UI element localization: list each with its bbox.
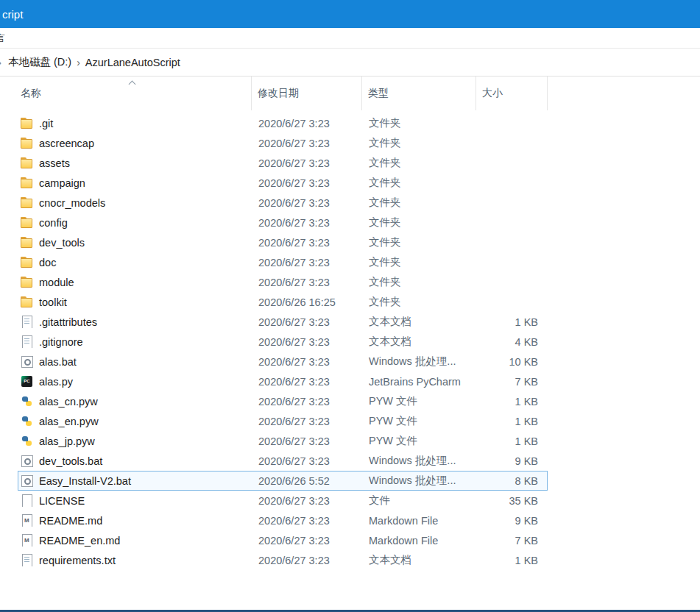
file-type: JetBrains PyCharm: [363, 376, 477, 388]
file-size: 1 KB: [477, 416, 548, 427]
file-name: .gitignore: [18, 335, 252, 348]
file-row[interactable]: requirements.txt 2020/6/27 3:23 文本文档 1 K…: [18, 550, 548, 570]
file-date-modified: 2020/6/27 3:23: [252, 138, 363, 149]
title-bar[interactable]: cript: [0, 0, 700, 28]
file-row[interactable]: alas.py 2020/6/27 3:23 JetBrains PyCharm…: [18, 371, 548, 391]
file-name: config: [18, 216, 252, 229]
file-date-modified: 2020/6/27 3:23: [252, 356, 363, 368]
file-type: Windows 批处理...: [363, 355, 477, 369]
file-list: .git 2020/6/27 3:23 文件夹 ascreencap 2020/…: [0, 110, 700, 570]
file-name: alas.py: [18, 375, 252, 388]
file-type: 文件夹: [363, 176, 477, 190]
file-size: 9 KB: [477, 455, 548, 467]
menu-item-fragment[interactable]: 言: [0, 32, 5, 45]
file-date-modified: 2020/6/27 3:23: [252, 177, 363, 189]
bat-file-icon: [21, 355, 33, 368]
file-row[interactable]: LICENSE 2020/6/27 3:23 文件 35 KB: [18, 491, 548, 510]
file-row[interactable]: ascreencap 2020/6/27 3:23 文件夹: [18, 133, 548, 153]
file-date-modified: 2020/6/27 3:23: [252, 416, 363, 427]
file-name: doc: [18, 256, 252, 268]
file-size: 1 KB: [477, 316, 548, 328]
file-row[interactable]: .gitattributes 2020/6/27 3:23 文本文档 1 KB: [18, 312, 548, 332]
file-row[interactable]: alas_cn.pyw 2020/6/27 3:23 PYW 文件 1 KB: [18, 391, 548, 411]
file-type: 文件夹: [363, 156, 477, 170]
file-name: dev_tools.bat: [18, 455, 252, 467]
file-name: cnocr_models: [18, 196, 252, 209]
folder-icon: [21, 296, 33, 308]
file-row[interactable]: module 2020/6/27 3:23 文件夹: [18, 272, 548, 292]
file-row[interactable]: dev_tools.bat 2020/6/27 3:23 Windows 批处理…: [18, 451, 548, 471]
address-bar[interactable]: › 本地磁盘 (D:) › AzurLaneAutoScript: [0, 49, 700, 76]
file-date-modified: 2020/6/27 3:23: [252, 157, 363, 169]
file-date-modified: 2020/6/27 3:23: [252, 515, 363, 527]
column-header-type-label: 类型: [368, 87, 389, 100]
pycharm-icon: [21, 375, 33, 388]
explorer-window: cript 言 › 本地磁盘 (D:) › AzurLaneAutoScript…: [0, 0, 700, 612]
file-row[interactable]: alas_jp.pyw 2020/6/27 3:23 PYW 文件 1 KB: [18, 431, 548, 451]
folder-icon: [21, 196, 33, 209]
file-type: 文件夹: [363, 216, 477, 230]
file-date-modified: 2020/6/27 3:23: [252, 555, 363, 566]
file-name: campaign: [18, 177, 252, 189]
file-date-modified: 2020/6/27 3:23: [252, 495, 363, 507]
file-date-modified: 2020/6/27 3:23: [252, 376, 363, 388]
file-row[interactable]: alas_en.pyw 2020/6/27 3:23 PYW 文件 1 KB: [18, 411, 548, 431]
file-name: module: [18, 276, 252, 288]
text-file-icon: [21, 554, 33, 566]
file-row[interactable]: README.md 2020/6/27 3:23 Markdown File 9…: [18, 510, 548, 530]
text-file-icon: [21, 316, 33, 328]
file-row[interactable]: assets 2020/6/27 3:23 文件夹: [18, 153, 548, 173]
file-name: toolkit: [18, 296, 252, 308]
column-header-name[interactable]: 名称: [18, 76, 252, 110]
file-size: 1 KB: [477, 555, 548, 566]
file-row[interactable]: config 2020/6/27 3:23 文件夹: [18, 213, 548, 232]
file-type: 文件夹: [363, 275, 477, 289]
file-type: 文件: [363, 494, 477, 508]
file-row[interactable]: doc 2020/6/27 3:23 文件夹: [18, 252, 548, 272]
file-type: 文件夹: [363, 235, 477, 249]
file-row[interactable]: toolkit 2020/6/26 16:25 文件夹: [18, 292, 548, 312]
file-date-modified: 2020/6/27 3:23: [252, 237, 363, 249]
file-type: 文件夹: [363, 116, 477, 130]
folder-icon: [21, 157, 33, 169]
file-row[interactable]: .gitignore 2020/6/27 3:23 文本文档 4 KB: [18, 332, 548, 352]
column-header-row: 名称 修改日期 类型 大小: [18, 76, 548, 110]
file-row[interactable]: README_en.md 2020/6/27 3:23 Markdown Fil…: [18, 530, 548, 550]
column-header-date[interactable]: 修改日期: [252, 76, 362, 110]
file-type: 文本文档: [363, 315, 477, 329]
bat-file-icon: [21, 455, 33, 467]
file-date-modified: 2020/6/27 3:23: [252, 435, 363, 447]
file-name: ascreencap: [18, 137, 252, 149]
column-header-size-label: 大小: [482, 87, 503, 100]
file-name: alas_jp.pyw: [18, 435, 252, 447]
file-row[interactable]: Easy_Install-V2.bat 2020/6/26 5:52 Windo…: [18, 471, 548, 491]
file-size: 35 KB: [477, 495, 548, 507]
file-type: 文本文档: [363, 553, 477, 567]
file-date-modified: 2020/6/27 3:23: [252, 455, 363, 467]
breadcrumb-folder[interactable]: AzurLaneAutoScript: [84, 57, 182, 68]
file-type: 文本文档: [363, 335, 477, 349]
folder-icon: [21, 236, 33, 249]
file-row[interactable]: dev_tools 2020/6/27 3:23 文件夹: [18, 232, 548, 252]
file-size: 4 KB: [477, 336, 548, 348]
file-date-modified: 2020/6/26 16:25: [252, 296, 363, 308]
file-date-modified: 2020/6/27 3:23: [252, 396, 363, 408]
breadcrumb-drive[interactable]: 本地磁盘 (D:): [7, 55, 73, 69]
file-row[interactable]: campaign 2020/6/27 3:23 文件夹: [18, 173, 548, 193]
chevron-right-icon[interactable]: ›: [0, 56, 7, 68]
bat-file-icon: [21, 474, 33, 487]
file-type: PYW 文件: [363, 414, 477, 428]
file-type: 文件夹: [363, 255, 477, 269]
column-header-size[interactable]: 大小: [476, 76, 548, 110]
file-row[interactable]: cnocr_models 2020/6/27 3:23 文件夹: [18, 193, 548, 213]
file-row[interactable]: alas.bat 2020/6/27 3:23 Windows 批处理... 1…: [18, 352, 548, 371]
menu-bar: 言: [0, 28, 700, 49]
file-row[interactable]: .git 2020/6/27 3:23 文件夹: [18, 113, 548, 133]
folder-icon: [21, 177, 33, 189]
breadcrumb-separator-icon[interactable]: ›: [73, 57, 84, 68]
file-name: README_en.md: [18, 534, 252, 547]
column-header-type[interactable]: 类型: [362, 76, 476, 110]
file-size: 1 KB: [477, 435, 548, 447]
file-size: 7 KB: [477, 535, 548, 547]
file-date-modified: 2020/6/27 3:23: [252, 277, 363, 288]
